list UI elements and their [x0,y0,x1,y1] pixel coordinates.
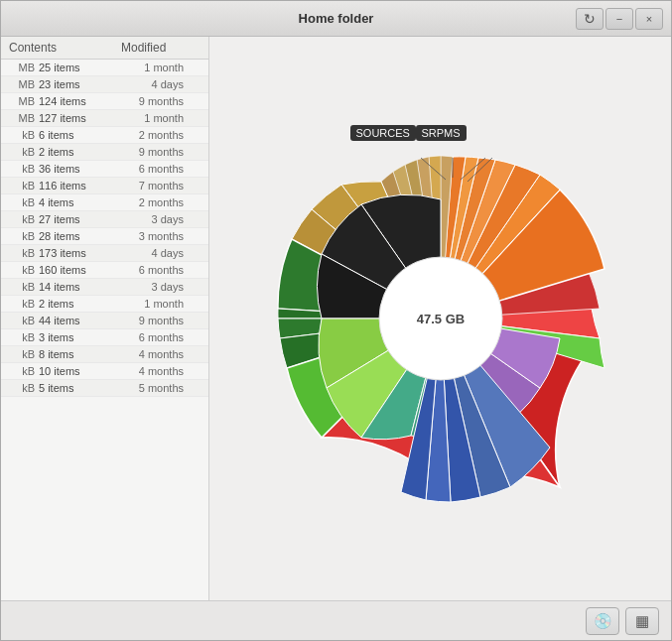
grid-view-button[interactable]: ▦ [625,607,659,635]
file-modified: 9 months [104,146,184,158]
table-row[interactable]: kB 6 items 2 months [1,127,208,144]
file-count: 36 items [35,163,104,175]
file-size: kB [7,281,35,293]
file-size: MB [7,112,35,124]
file-size: MB [7,95,35,107]
file-modified: 4 days [104,247,184,259]
file-modified: 3 months [104,230,184,242]
file-size: kB [7,331,35,343]
file-size: kB [7,247,35,259]
file-count: 27 items [35,213,104,225]
file-modified: 6 months [104,163,184,175]
close-button[interactable]: × [635,8,663,30]
table-row[interactable]: kB 2 items 1 month [1,296,208,313]
file-modified: 3 days [104,281,184,293]
disc-icon: 💿 [594,612,612,630]
table-row[interactable]: kB 44 items 9 months [1,313,208,329]
main-window: Home folder ↻ − × Contents Modified MB 2… [0,0,672,641]
file-rows-container: MB 25 items 1 month MB 23 items 4 days M… [1,60,208,397]
file-size: kB [7,382,35,394]
file-size: kB [7,230,35,242]
file-size: kB [7,298,35,310]
file-count: 25 items [35,62,104,73]
table-row[interactable]: MB 23 items 4 days [1,76,208,93]
file-count: 28 items [35,230,104,242]
refresh-button[interactable]: ↻ [576,8,604,30]
file-modified: 1 month [104,112,184,124]
sunburst-chart: 47.5 GB [232,110,649,527]
sources-tooltip: SOURCES [350,125,416,141]
table-row[interactable]: kB 2 items 9 months [1,144,208,161]
window-controls: ↻ − × [576,8,663,30]
file-count: 124 items [35,95,104,107]
file-count: 127 items [35,112,104,124]
file-size: kB [7,129,35,141]
file-size: MB [7,62,35,73]
file-modified: 1 month [104,298,184,310]
titlebar: Home folder ↻ − × [1,1,671,37]
file-size: kB [7,196,35,208]
file-modified: 3 days [104,213,184,225]
table-row[interactable]: kB 4 items 2 months [1,194,208,211]
file-size: kB [7,348,35,360]
file-count: 10 items [35,365,104,377]
file-modified: 1 month [104,62,184,73]
file-size: kB [7,146,35,158]
table-row[interactable]: kB 36 items 6 months [1,161,208,178]
table-row[interactable]: kB 27 items 3 days [1,211,208,228]
file-modified: 4 months [104,365,184,377]
disc-view-button[interactable]: 💿 [586,607,619,635]
file-modified: 6 months [104,331,184,343]
file-modified: 9 months [104,95,184,107]
bottom-bar: 💿 ▦ [1,600,671,640]
main-content: Contents Modified MB 25 items 1 month MB… [1,37,671,600]
file-count: 4 items [35,196,104,208]
table-row[interactable]: kB 10 items 4 months [1,363,208,380]
file-count: 23 items [35,78,104,90]
file-count: 5 items [35,382,104,394]
window-title: Home folder [299,11,374,26]
grid-icon: ▦ [635,612,649,630]
file-modified: 5 months [104,382,184,394]
file-size: kB [7,365,35,377]
file-count: 116 items [35,180,104,192]
table-row[interactable]: kB 160 items 6 months [1,262,208,279]
file-list[interactable]: Contents Modified MB 25 items 1 month MB… [1,37,209,600]
file-size: kB [7,213,35,225]
chart-container: SOURCES SRPMS 47.5 GB [232,110,649,527]
modified-header: Modified [121,41,201,55]
table-row[interactable]: kB 14 items 3 days [1,279,208,296]
file-modified: 4 months [104,348,184,360]
contents-header: Contents [9,41,121,55]
file-count: 160 items [35,264,104,276]
table-row[interactable]: kB 8 items 4 months [1,346,208,363]
minimize-button[interactable]: − [605,8,633,30]
table-row[interactable]: kB 116 items 7 months [1,178,208,194]
srpms-tooltip: SRPMS [416,125,467,141]
chart-area: SOURCES SRPMS 47.5 GB [209,37,671,600]
table-row[interactable]: kB 173 items 4 days [1,245,208,262]
table-row[interactable]: kB 28 items 3 months [1,228,208,245]
table-row[interactable]: MB 124 items 9 months [1,93,208,110]
file-size: MB [7,78,35,90]
file-size: kB [7,180,35,192]
file-count: 8 items [35,348,104,360]
file-list-header: Contents Modified [1,37,208,60]
file-modified: 9 months [104,315,184,326]
table-row[interactable]: MB 25 items 1 month [1,60,208,76]
file-modified: 2 months [104,129,184,141]
table-row[interactable]: MB 127 items 1 month [1,110,208,127]
svg-text:47.5 GB: 47.5 GB [416,312,464,326]
file-count: 6 items [35,129,104,141]
table-row[interactable]: kB 3 items 6 months [1,329,208,346]
file-size: kB [7,264,35,276]
file-count: 2 items [35,298,104,310]
file-count: 44 items [35,315,104,326]
file-modified: 2 months [104,196,184,208]
file-modified: 4 days [104,78,184,90]
file-count: 14 items [35,281,104,293]
table-row[interactable]: kB 5 items 5 months [1,380,208,397]
file-count: 3 items [35,331,104,343]
file-size: kB [7,163,35,175]
file-modified: 6 months [104,264,184,276]
